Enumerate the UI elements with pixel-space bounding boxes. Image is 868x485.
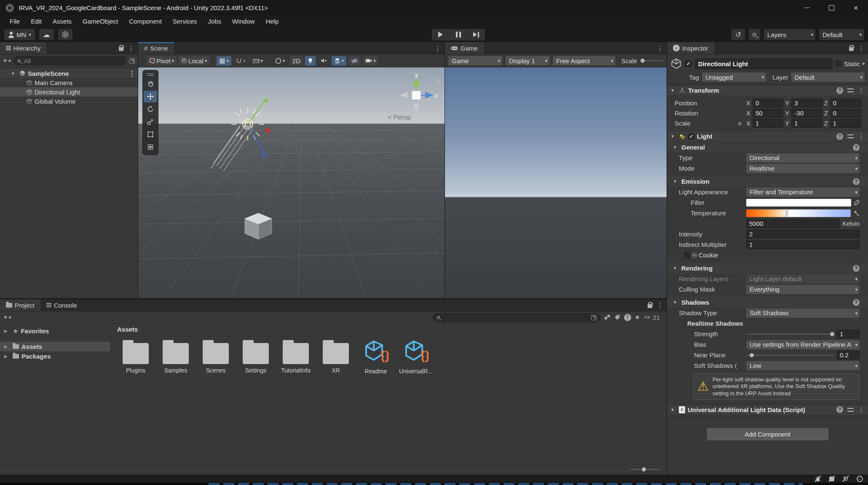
version-control-button[interactable] [58,29,72,40]
menu-jobs[interactable]: Jobs [202,18,227,25]
add-component-button[interactable]: Add Component [707,428,828,440]
static-checkbox[interactable] [836,61,841,67]
near-plane-field[interactable]: 0.2 [837,351,860,359]
foldout-icon[interactable] [670,88,676,93]
search-picker-icon[interactable] [591,315,597,320]
strength-slider[interactable] [746,334,834,335]
menu-services[interactable]: Services [167,18,203,25]
hierarchy-item-directional-light[interactable]: Directional Light [0,87,138,96]
lock-icon[interactable] [648,304,652,308]
snap-increment-dropdown[interactable]: ▾ [250,56,266,66]
foldout-icon[interactable] [670,134,676,139]
inspector-menu-icon[interactable] [858,44,865,52]
position-z-field[interactable]: 0 [830,99,861,107]
hidden-count-button[interactable]: 21 [643,314,660,321]
rotate-tool[interactable] [144,103,157,115]
activity-ok-icon[interactable] [852,474,866,483]
asset-folder-plugins[interactable]: Plugins [117,340,154,375]
link-scale-icon[interactable]: ⌀ [735,120,745,126]
expand-icon[interactable] [4,354,10,359]
help-icon[interactable] [853,265,860,272]
close-button[interactable] [844,0,868,16]
culling-mask-dropdown[interactable]: Everything [746,285,860,294]
asset-folder-samples[interactable]: Samples [157,340,194,375]
light-enabled-checkbox[interactable] [688,133,694,139]
cache-server-status-icon[interactable] [825,474,839,483]
search-by-label-button[interactable] [614,314,621,321]
help-icon[interactable] [836,133,843,140]
lock-icon[interactable] [119,47,123,51]
game-viewport[interactable] [445,67,667,298]
favorites-row[interactable]: ★ Favorites [0,326,110,336]
near-plane-slider[interactable] [746,355,834,356]
effects-dropdown[interactable]: ▾ [332,56,347,66]
orientation-gizmo[interactable]: y z [393,72,439,118]
asset-readme[interactable]: Readme [357,340,394,375]
object-name-field[interactable]: Directional Light [695,59,833,69]
transform-tool[interactable] [144,141,157,153]
hierarchy-search-input[interactable]: All [13,56,126,65]
grid-snap-toggle[interactable]: ▾ [233,56,248,66]
scene-cube-object[interactable] [241,212,275,241]
asset-folder-scenes[interactable]: Scenes [197,340,234,375]
scale-x-field[interactable]: 1 [753,119,783,128]
help-icon[interactable] [853,299,860,306]
lighting-toggle[interactable] [305,56,316,66]
menu-window[interactable]: Window [227,18,260,25]
eyedropper-icon[interactable] [854,200,860,206]
lock-icon[interactable] [849,47,854,51]
auto-refresh-status-icon[interactable]: ↻ [839,474,852,483]
scale-tool[interactable] [144,116,157,128]
presets-icon[interactable] [847,88,854,93]
temperature-slider[interactable] [746,209,851,217]
component-menu-icon[interactable] [858,86,865,94]
bias-dropdown[interactable]: Use settings from Render Pipeline A [746,340,860,349]
scene-root-row[interactable]: SampleScene [0,69,138,78]
thumbnail-zoom-slider[interactable] [630,469,659,470]
asset-folder-tutorialinfo[interactable]: TutorialInfo [277,340,314,375]
move-tool[interactable] [144,91,157,102]
presets-icon[interactable] [847,407,854,412]
foldout-icon[interactable] [670,407,676,412]
static-toggle[interactable]: Static ▾ [836,60,865,67]
pause-button[interactable] [450,29,467,40]
add-object-button[interactable]: ▾ [3,56,11,65]
cookie-checkbox[interactable] [684,252,690,258]
kelvin-field[interactable]: 5000 [746,219,840,228]
scene-menu-icon[interactable] [434,44,441,52]
play-button[interactable] [432,29,450,40]
position-y-field[interactable]: 3 [791,99,822,107]
expand-icon[interactable] [4,344,10,349]
component-menu-icon[interactable] [858,406,865,414]
debugger-status-icon[interactable] [811,474,825,483]
light-mode-dropdown[interactable]: Realtime [746,164,860,173]
light-appearance-dropdown[interactable]: Filter and Temperature [746,188,860,197]
light-header[interactable]: Light [667,131,868,142]
asset-folder-xr[interactable]: XR [317,340,354,375]
hierarchy-menu-icon[interactable] [128,44,134,52]
favorites-filter-button[interactable]: ★ [635,314,640,321]
help-icon[interactable] [836,87,843,94]
scene-camera-dropdown[interactable]: ▾ [363,56,378,66]
global-search-button[interactable] [749,29,760,40]
menu-assets[interactable]: Assets [47,18,77,25]
rect-tool[interactable] [144,129,157,140]
asset-universal-rp[interactable]: UniversalR... [397,340,434,375]
hierarchy-item-global-volume[interactable]: Global Volume [0,96,138,106]
menu-edit[interactable]: Edit [25,18,47,25]
aspect-dropdown[interactable]: Free Aspect [553,56,615,65]
help-icon[interactable] [853,178,860,185]
general-subheader[interactable]: General [667,142,868,153]
transform-header[interactable]: Transform [667,85,868,96]
rotation-x-field[interactable]: 50 [753,109,783,118]
assets-root-row[interactable]: Assets [0,342,110,351]
layer-dropdown[interactable]: Default [791,72,865,82]
script-component-header[interactable]: # Universal Additional Light Data (Scrip… [667,404,868,415]
game-target-dropdown[interactable]: Game [448,56,502,65]
layout-dropdown[interactable]: Default [819,29,864,40]
audio-mute-toggle[interactable] [318,56,330,66]
packages-root-row[interactable]: Packages [0,351,110,361]
view-hand-tool[interactable] [144,78,157,90]
component-menu-icon[interactable] [858,132,865,140]
foldout-icon[interactable] [11,71,17,76]
